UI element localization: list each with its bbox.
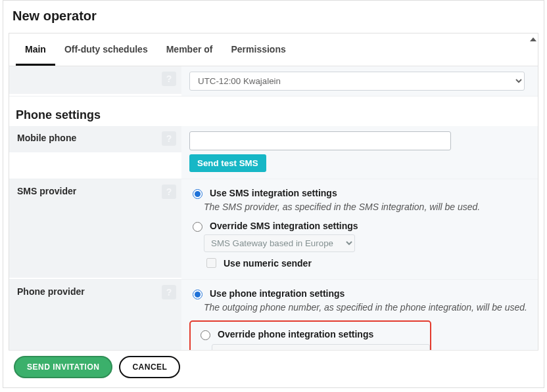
tab-permissions[interactable]: Permissions: [222, 33, 295, 66]
mobile-phone-value: Send test SMS: [181, 126, 538, 179]
tab-member-of[interactable]: Member of: [157, 33, 222, 66]
sms-provider-value: Use SMS integration settings The SMS pro…: [181, 179, 538, 279]
mobile-phone-label-text: Mobile phone: [17, 133, 76, 143]
sms-gateway-select[interactable]: SMS Gateway based in Europe: [204, 234, 355, 252]
help-icon[interactable]: ?: [162, 72, 176, 86]
content-panel: Main Off-duty schedules Member of Permis…: [9, 33, 538, 379]
help-icon[interactable]: ?: [162, 285, 176, 299]
send-invitation-button[interactable]: SEND INVITATION: [14, 356, 112, 378]
timezone-value-cell: UTC-12:00 Kwajalein: [181, 66, 538, 96]
phone-override-radio[interactable]: [201, 330, 210, 340]
scroll-up-icon[interactable]: [530, 37, 536, 41]
mobile-phone-input[interactable]: [189, 131, 451, 150]
sms-provider-label: SMS provider ?: [9, 179, 181, 278]
phone-use-description: The outgoing phone number, as specified …: [204, 302, 530, 313]
help-icon[interactable]: ?: [162, 185, 176, 199]
tabs: Main Off-duty schedules Member of Permis…: [9, 33, 538, 66]
footer: SEND INVITATION CANCEL: [9, 350, 538, 383]
tab-main[interactable]: Main: [16, 33, 55, 66]
use-numeric-sender-label: Use numeric sender: [224, 258, 312, 269]
timezone-label-cell: ?: [9, 66, 181, 94]
sms-provider-label-text: SMS provider: [17, 186, 76, 196]
send-test-sms-button[interactable]: Send test SMS: [189, 154, 266, 172]
mobile-phone-label: Mobile phone ?: [9, 126, 181, 152]
sms-override-radio[interactable]: [193, 222, 202, 232]
mobile-phone-row: Mobile phone ? Send test SMS: [9, 126, 538, 179]
sms-use-label: Use SMS integration settings: [210, 188, 337, 198]
sms-use-description: The SMS provider, as specified in the SM…: [204, 202, 530, 212]
phone-use-label: Use phone integration settings: [210, 288, 345, 299]
tab-off-duty-schedules[interactable]: Off-duty schedules: [55, 33, 157, 66]
cancel-button[interactable]: CANCEL: [119, 356, 180, 378]
phone-settings-heading: Phone settings: [9, 97, 538, 126]
timezone-row: ? UTC-12:00 Kwajalein: [9, 66, 538, 97]
phone-use-radio[interactable]: [193, 290, 202, 299]
sms-provider-row: SMS provider ? Use SMS integration setti…: [9, 179, 538, 280]
use-numeric-sender-checkbox[interactable]: [206, 258, 216, 268]
phone-provider-label-text: Phone provider: [17, 286, 85, 297]
help-icon[interactable]: ?: [162, 131, 176, 146]
page-title: New operator: [3, 1, 544, 33]
sms-override-label: Override SMS integration settings: [210, 221, 358, 231]
timezone-select[interactable]: UTC-12:00 Kwajalein: [189, 72, 525, 91]
phone-override-label: Override phone integration settings: [218, 329, 373, 339]
sms-use-radio[interactable]: [193, 189, 202, 199]
